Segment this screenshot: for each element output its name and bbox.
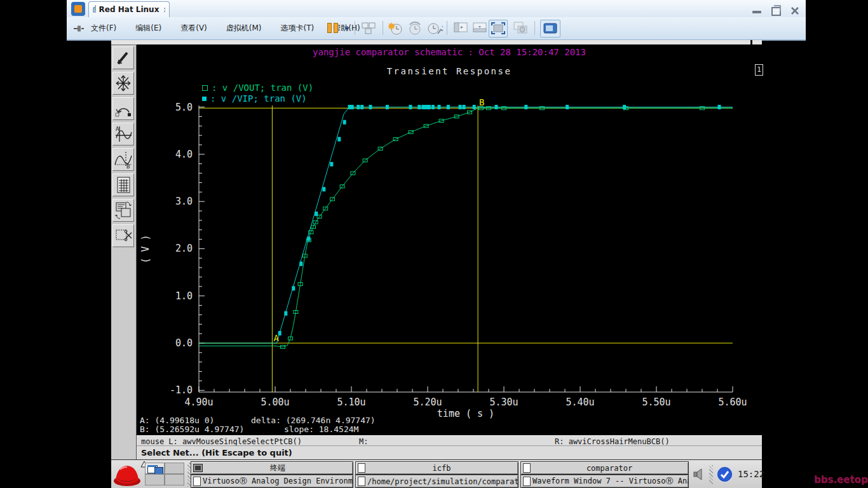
- redhat-menu-icon[interactable]: [112, 461, 142, 488]
- mouse-right-binding: R: awviCrossHairMenuBCB(): [555, 437, 670, 446]
- desktop-taskbar: 终端 icfb comparator VirtuosoⓇ Analog Desi…: [111, 459, 762, 488]
- task-icfb[interactable]: icfb: [355, 461, 519, 475]
- plot-header: yangjie comparator schematic : Oct 28 15…: [137, 47, 762, 57]
- svg-text:4.90u: 4.90u: [184, 396, 213, 408]
- svg-text:B: B: [126, 163, 130, 170]
- svg-text:time ( s ): time ( s ): [437, 408, 494, 419]
- window-icon: [358, 477, 365, 486]
- scissors-box-icon: [114, 226, 133, 246]
- take-snapshot-icon[interactable]: [388, 21, 403, 36]
- window-icon: [193, 477, 201, 486]
- plot-title: Transient Response: [137, 66, 762, 76]
- vmware-logo-icon[interactable]: [71, 2, 85, 16]
- workspace-2[interactable]: [165, 463, 184, 474]
- calculator-tool-button[interactable]: [112, 173, 134, 196]
- task-virtuoso-ade[interactable]: VirtuosoⓇ Analog Design Environmen: [191, 475, 353, 488]
- page-indicator: 1: [755, 64, 763, 76]
- svg-text:5.20u: 5.20u: [413, 396, 442, 408]
- vm-powered-on-icon: [93, 5, 96, 15]
- menu-view[interactable]: 查看(V): [175, 22, 212, 35]
- window-minimize-button[interactable]: [752, 11, 761, 13]
- svg-text:0.0: 0.0: [175, 337, 193, 349]
- clock-icon[interactable]: [715, 465, 734, 484]
- svg-text:2.0: 2.0: [175, 243, 193, 254]
- svg-text:5.0: 5.0: [175, 102, 193, 113]
- vmware-window-chrome: Red Hat Linux 文件(F) 编辑(E) 查看(V) 虚拟机(M) 选…: [67, 0, 806, 39]
- task-label: icfb: [365, 464, 518, 473]
- svg-text:B: B: [479, 97, 484, 107]
- vout-marker-icon: [202, 85, 208, 91]
- task-terminal[interactable]: 终端: [191, 461, 353, 475]
- vmware-toolbar: 文件(F) 编辑(E) 查看(V) 虚拟机(M) 选项卡(T) 帮助(H): [67, 17, 806, 41]
- task-waveform-window[interactable]: Waveform Window 7 -- VirtuosoⓇ Ana: [520, 475, 689, 488]
- marker-b-tool-button[interactable]: B: [112, 148, 134, 171]
- status-prompt: Select Net... (Hit Escape to quit): [141, 448, 292, 458]
- manage-snapshots-icon[interactable]: [426, 21, 443, 36]
- pin-toolbar-icon[interactable]: [73, 25, 85, 32]
- task-comparator[interactable]: comparator: [520, 461, 689, 475]
- cut-region-tool-button[interactable]: [112, 224, 134, 247]
- console-view-icon: [543, 23, 557, 34]
- workspace-4[interactable]: [165, 474, 184, 485]
- svg-text:A: A: [116, 126, 119, 132]
- waveform-tool-strip: A B: [111, 45, 137, 459]
- volume-icon[interactable]: [693, 467, 707, 481]
- mouse-middle-binding: M:: [359, 437, 368, 446]
- workspace-switcher[interactable]: [145, 463, 186, 487]
- marker-a-tool-button[interactable]: A: [112, 123, 134, 146]
- wave-marker-b-icon: B: [114, 149, 133, 170]
- svg-text:5.00u: 5.00u: [261, 396, 289, 408]
- vmware-tab-bar: Red Hat Linux: [67, 0, 806, 18]
- arc-arrow-icon: [114, 98, 133, 119]
- vm-tab[interactable]: Red Hat Linux: [88, 1, 170, 17]
- unity-mode-icon[interactable]: [513, 21, 528, 35]
- wave-marker-a-icon: A: [114, 124, 133, 144]
- clock-text: 15:22: [738, 469, 764, 479]
- task-label: 终端: [203, 463, 353, 473]
- mouse-bindings-bar: mouse L: awvMouseSingleSelectPtCB() M: R…: [137, 435, 762, 445]
- legend-vout-label: : v /VOUT; tran (V): [212, 83, 313, 93]
- task-simulation-dir[interactable]: /home/project/simulation/comparator: [355, 475, 519, 488]
- suspend-button[interactable]: [327, 23, 338, 33]
- ctrl-alt-del-icon[interactable]: [361, 21, 377, 35]
- terminal-icon: [193, 464, 203, 472]
- window-icon: [523, 477, 531, 486]
- pan-tool-button[interactable]: [112, 72, 134, 95]
- marker-a-readout: A: (4.99618u 0): [140, 416, 214, 425]
- legend-item-vip[interactable]: : v /VIP; tran (V): [202, 94, 307, 103]
- vmware-menu-bar: 文件(F) 编辑(E) 查看(V) 虚拟机(M) 选项卡(T) 帮助(H): [86, 22, 365, 35]
- workspace-1[interactable]: [145, 463, 165, 474]
- menu-vm[interactable]: 虚拟机(M): [221, 22, 267, 35]
- window-close-button[interactable]: [790, 6, 799, 15]
- zoom-pen-tool-button[interactable]: [112, 46, 134, 69]
- menu-file[interactable]: 文件(F): [86, 22, 121, 35]
- menu-tabs[interactable]: 选项卡(T): [276, 22, 320, 35]
- show-statusbar-icon[interactable]: [472, 21, 487, 34]
- svg-text:3.0: 3.0: [175, 196, 193, 207]
- revert-snapshot-icon[interactable]: [407, 21, 423, 36]
- svg-text:5.10u: 5.10u: [337, 396, 365, 408]
- svg-text:4.0: 4.0: [175, 149, 193, 160]
- console-view-button[interactable]: [540, 20, 560, 37]
- task-label: comparator: [531, 464, 688, 473]
- svg-text:5.30u: 5.30u: [489, 396, 518, 408]
- swap-trace-tool-button[interactable]: [112, 97, 134, 120]
- task-label: VirtuosoⓇ Analog Design Environmen: [203, 476, 353, 487]
- svg-text:5.40u: 5.40u: [566, 396, 594, 408]
- workspace-3[interactable]: [145, 474, 165, 485]
- menu-edit[interactable]: 编辑(E): [130, 22, 166, 35]
- legend-item-vout[interactable]: : v /VOUT; tran (V): [202, 83, 313, 92]
- screen: Red Hat Linux 文件(F) 编辑(E) 查看(V) 虚拟机(M) 选…: [0, 0, 868, 488]
- show-sidebar-icon[interactable]: [453, 21, 468, 34]
- window-restore-button[interactable]: [771, 7, 781, 16]
- vm-tab-close-icon[interactable]: [163, 7, 165, 13]
- suspend-dropdown-icon[interactable]: [344, 27, 349, 30]
- waveform-window-edge-tick: [750, 40, 752, 44]
- subwindow-tool-button[interactable]: [112, 199, 134, 222]
- status-prompt-bar: Select Net... (Hit Escape to quit): [137, 445, 762, 459]
- tray-handle[interactable]: [709, 465, 713, 484]
- fullscreen-button[interactable]: [489, 20, 508, 37]
- svg-text:( V ): ( V ): [140, 234, 151, 263]
- pen-icon: [114, 48, 133, 68]
- subwindow-icon: [114, 200, 133, 220]
